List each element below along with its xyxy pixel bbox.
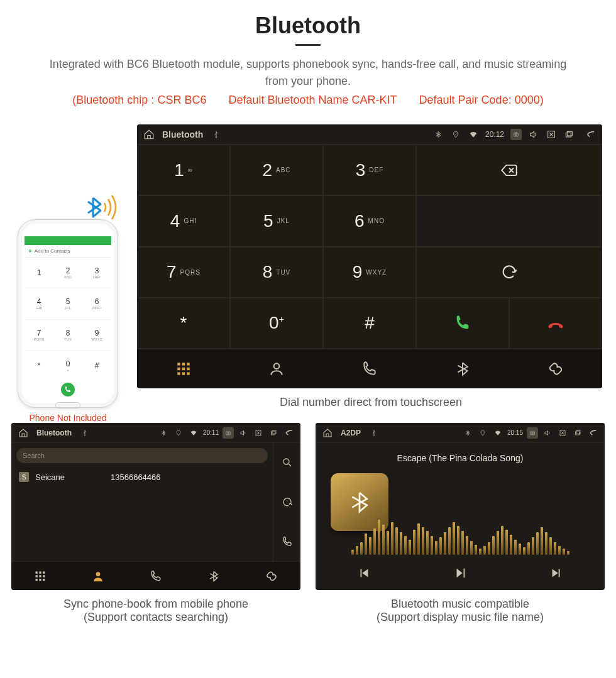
volume-button[interactable]: [238, 427, 249, 439]
phone-key: 7PQRS: [25, 319, 53, 350]
volume-button[interactable]: [528, 129, 539, 140]
home-icon[interactable]: [18, 427, 29, 439]
eq-bar: [439, 537, 442, 555]
call-button[interactable]: [273, 522, 300, 561]
sync-button[interactable]: [273, 483, 300, 522]
eq-bar: [461, 531, 464, 555]
backspace-button[interactable]: [416, 145, 602, 195]
sync-button[interactable]: [416, 247, 602, 298]
eq-bar: [505, 530, 508, 555]
gps-icon: [477, 427, 488, 439]
eq-bar: [426, 531, 429, 555]
dialpad-key-0[interactable]: 0+: [230, 298, 323, 349]
eq-bar: [360, 542, 363, 555]
hangup-button[interactable]: [509, 298, 602, 349]
screenshot-button[interactable]: [510, 129, 522, 140]
next-button[interactable]: [549, 566, 563, 582]
dialpad-key-5[interactable]: 5JKL: [230, 195, 323, 246]
svg-rect-19: [272, 430, 276, 434]
equalizer-graphic: [316, 518, 605, 555]
contact-name: Seicane: [35, 473, 104, 482]
dialpad-key-2[interactable]: 2ABC: [230, 145, 323, 195]
back-button[interactable]: [585, 129, 596, 140]
close-button[interactable]: [253, 427, 264, 439]
tab-contacts[interactable]: [69, 562, 127, 590]
svg-rect-4: [566, 133, 571, 137]
tab-bluetooth[interactable]: [416, 349, 509, 388]
eq-bar: [541, 527, 543, 555]
screenshot-button[interactable]: [223, 427, 234, 439]
tab-bluetooth[interactable]: [185, 562, 243, 590]
dialpad-key-9[interactable]: 9WXYZ: [323, 247, 416, 298]
usb-icon: [79, 427, 91, 439]
phone-dialpad: 12ABC3DEF4GHI5JKL6MNO7PQRS8TUV9WXYZ*0+#: [25, 257, 111, 381]
multitask-button[interactable]: [572, 427, 583, 439]
gps-icon: [450, 129, 461, 140]
app-title: Bluetooth: [36, 429, 72, 437]
phone-key: 3DEF: [82, 257, 111, 288]
wifi-icon: [188, 427, 199, 439]
dialpad: 1∞2ABC3DEF4GHI5JKL6MNO7PQRS8TUV9WXYZ*0+#: [137, 145, 602, 349]
dialpad-key-1[interactable]: 1∞: [137, 145, 230, 195]
back-button[interactable]: [587, 427, 598, 439]
eq-bar: [453, 522, 455, 555]
eq-bar: [510, 535, 512, 555]
svg-rect-33: [576, 432, 580, 435]
prev-button[interactable]: [357, 566, 371, 582]
dialpad-key-#[interactable]: #: [323, 298, 416, 349]
dialpad-key-8[interactable]: 8TUV: [230, 247, 323, 298]
eq-bar: [409, 540, 411, 555]
screenshot-button[interactable]: [527, 427, 538, 439]
dialpad-key-7[interactable]: 7PQRS: [137, 247, 230, 298]
home-icon[interactable]: [322, 427, 333, 439]
svg-rect-5: [567, 131, 572, 136]
tab-contacts[interactable]: [230, 349, 323, 388]
eq-bar: [567, 551, 569, 555]
contact-number: 13566664466: [111, 473, 161, 482]
svg-point-2: [515, 134, 517, 136]
back-button[interactable]: [283, 427, 294, 439]
multitask-button[interactable]: [563, 129, 575, 140]
call-button[interactable]: [416, 298, 509, 349]
contact-row[interactable]: S Seicane 13566664466: [11, 468, 273, 486]
playback-controls: [316, 559, 605, 590]
tab-dialpad[interactable]: [137, 349, 230, 388]
clock: 20:15: [507, 429, 523, 436]
tab-calls[interactable]: [323, 349, 416, 388]
svg-rect-24: [36, 575, 38, 577]
eq-bar: [356, 546, 358, 555]
eq-bar: [488, 542, 490, 555]
svg-rect-22: [39, 571, 41, 573]
wifi-icon: [468, 129, 479, 140]
clock: 20:11: [203, 429, 219, 436]
dialpad-key-3[interactable]: 3DEF: [323, 145, 416, 195]
tab-pairing[interactable]: [509, 349, 602, 388]
multitask-button[interactable]: [268, 427, 279, 439]
phone-key: 4GHI: [25, 288, 53, 319]
svg-rect-25: [39, 575, 41, 577]
svg-rect-13: [182, 372, 185, 375]
eq-bar: [492, 536, 495, 555]
close-button[interactable]: [557, 427, 568, 439]
play-pause-button[interactable]: [453, 566, 467, 582]
dialpad-key-4[interactable]: 4GHI: [137, 195, 230, 246]
svg-rect-30: [531, 431, 535, 434]
status-bar: Bluetooth 20:11: [11, 423, 300, 443]
search-input[interactable]: Search: [16, 448, 268, 463]
eq-bar: [395, 527, 398, 555]
empty-cell: [416, 195, 602, 246]
dialer-caption: Dial number direct from touchscreen: [137, 388, 605, 423]
close-button[interactable]: [546, 129, 557, 140]
dialpad-key-6[interactable]: 6MNO: [323, 195, 416, 246]
eq-bar: [365, 533, 367, 555]
volume-button[interactable]: [542, 427, 553, 439]
tab-dialpad[interactable]: [11, 562, 69, 590]
dialpad-key-*[interactable]: *: [137, 298, 230, 349]
home-icon[interactable]: [143, 129, 155, 140]
phonebook-screen: Bluetooth 20:11 Search: [11, 423, 300, 590]
search-button[interactable]: [273, 443, 300, 483]
tab-pairing[interactable]: [243, 562, 300, 590]
tab-calls[interactable]: [127, 562, 185, 590]
svg-rect-15: [226, 431, 231, 434]
svg-rect-26: [43, 575, 45, 577]
